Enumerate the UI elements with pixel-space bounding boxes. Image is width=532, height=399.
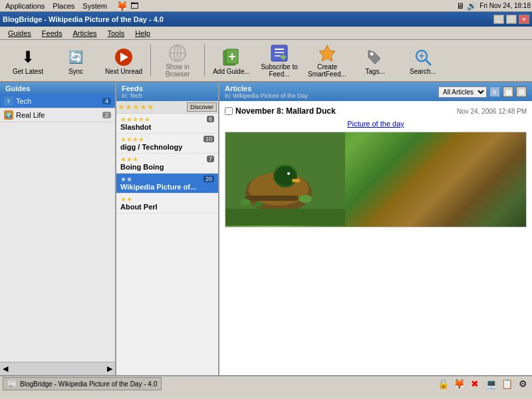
svg-point-32 bbox=[255, 201, 263, 207]
svg-point-33 bbox=[299, 195, 312, 203]
search-button[interactable]: Search... bbox=[400, 42, 446, 79]
discover-button[interactable]: Discover bbox=[187, 102, 217, 112]
statusbar-icon-3[interactable]: ✖ bbox=[468, 377, 481, 390]
boing-count: 7 bbox=[207, 156, 214, 162]
subscribe-label: Subscribe to Feed... bbox=[258, 63, 301, 78]
smartfeed-label: Create SmartFeed... bbox=[306, 63, 348, 78]
search-icon bbox=[412, 47, 434, 68]
network-icon: 🖥 bbox=[456, 1, 464, 11]
next-unread-button[interactable]: Next Unread bbox=[101, 42, 146, 79]
add-guide-icon bbox=[221, 47, 242, 68]
feed-perl[interactable]: ★★ About Perl bbox=[116, 194, 218, 213]
guides-list: T Tech 4 🌍 Real Life 2 bbox=[0, 94, 115, 362]
menu-help[interactable]: Help bbox=[130, 28, 156, 39]
toolbar-separator-2 bbox=[204, 45, 205, 76]
article-mallard: November 8: Mallard Duck Nov 24, 2006 12… bbox=[225, 106, 527, 375]
feeds-header: Feeds in: Tech bbox=[116, 82, 218, 101]
show-in-browser-label: Show in Browser bbox=[156, 63, 199, 78]
statusbar-icon-5[interactable]: 📋 bbox=[500, 377, 513, 390]
tags-button[interactable]: Tags... bbox=[352, 42, 398, 79]
sysmenu-applications[interactable]: Applications bbox=[1, 1, 49, 11]
feeds-toolbar: ★★★★★ Discover bbox=[116, 101, 218, 114]
close-button[interactable]: × bbox=[519, 15, 529, 24]
feeds-stars: ★★★★★ bbox=[118, 102, 154, 112]
get-latest-label: Get Latest bbox=[13, 68, 43, 75]
boing-stars: ★★★ bbox=[120, 156, 214, 163]
maximize-button[interactable]: □ bbox=[506, 15, 517, 24]
articles-header-controls: All Articles ≡ ▤ ⊞ bbox=[438, 86, 527, 98]
titlebar-title: BlogBridge - Wikipedia Picture of the Da… bbox=[3, 15, 164, 23]
articles-subheader: in: Wikipedia Picture of the Day bbox=[225, 92, 308, 99]
tags-icon bbox=[364, 47, 386, 68]
articles-content: November 8: Mallard Duck Nov 24, 2006 12… bbox=[219, 101, 532, 375]
statusbar-icon-4[interactable]: 💻 bbox=[484, 377, 497, 390]
menu-articles[interactable]: Articles bbox=[67, 28, 102, 39]
statusbar-icons: 🔒 🦊 ✖ 💻 📋 ⚙ bbox=[436, 377, 529, 390]
browser-icon bbox=[167, 43, 188, 63]
guide-item-real-life[interactable]: 🌍 Real Life 2 bbox=[0, 108, 115, 122]
slashdot-name: Slashdot bbox=[120, 123, 214, 131]
mallard-image bbox=[225, 132, 527, 227]
digg-stars: ★★★★ bbox=[120, 136, 214, 143]
article-mallard-title: November 8: Mallard Duck bbox=[235, 106, 457, 116]
get-latest-icon: ⬇ bbox=[17, 47, 39, 68]
toolbar-separator-1 bbox=[150, 45, 151, 76]
slashdot-count: 6 bbox=[207, 116, 214, 122]
window-controls[interactable]: _ □ × bbox=[493, 15, 529, 24]
real-life-icon: 🌍 bbox=[4, 110, 13, 120]
svg-rect-10 bbox=[271, 45, 287, 61]
articles-filter-select[interactable]: All Articles bbox=[438, 86, 487, 98]
statusbar-icon-1[interactable]: 🔒 bbox=[436, 377, 450, 390]
smartfeed-icon bbox=[317, 43, 338, 63]
menu-guides[interactable]: Guides bbox=[3, 28, 37, 39]
minimize-button[interactable]: _ bbox=[493, 15, 504, 24]
svg-point-27 bbox=[275, 166, 296, 186]
menu-tools[interactable]: Tools bbox=[102, 28, 130, 39]
guide-item-tech[interactable]: T Tech 4 bbox=[0, 94, 115, 108]
feeds-title: Feeds bbox=[122, 84, 143, 92]
articles-header: Articles in: Wikipedia Picture of the Da… bbox=[219, 82, 532, 101]
feeds-panel: Feeds in: Tech ★★★★★ Discover 6 ★★★★★ Sl… bbox=[116, 82, 219, 375]
sysmenu-places[interactable]: Places bbox=[49, 1, 78, 11]
view-tile-btn[interactable]: ⊞ bbox=[516, 86, 527, 97]
view-list-btn[interactable]: ≡ bbox=[489, 86, 500, 97]
subscribe-icon bbox=[269, 43, 290, 63]
article-mallard-checkbox[interactable] bbox=[225, 107, 233, 115]
feed-wikipedia[interactable]: 20 ★★ Wikipedia Picture of... bbox=[116, 174, 218, 194]
tags-label: Tags... bbox=[365, 68, 384, 75]
subscribe-to-feed-button[interactable]: Subscribe to Feed... bbox=[257, 42, 302, 79]
get-latest-button[interactable]: ⬇ Get Latest bbox=[5, 42, 51, 79]
firefox-icon[interactable]: 🦊 bbox=[116, 1, 128, 11]
statusbar-icon-2[interactable]: 🦊 bbox=[452, 377, 466, 390]
statusbar: 📰 BlogBridge - Wikipedia Picture of the … bbox=[0, 375, 532, 391]
menu-feeds[interactable]: Feeds bbox=[37, 28, 68, 39]
digg-count: 10 bbox=[203, 136, 214, 142]
articles-header-content: Articles in: Wikipedia Picture of the Da… bbox=[225, 84, 308, 99]
feed-boing[interactable]: 7 ★★★ Boing Boing bbox=[116, 154, 218, 174]
guides-scroll-left[interactable]: ◀ bbox=[3, 364, 8, 373]
feeds-list: 6 ★★★★★ Slashdot 10 ★★★★ digg / Technolo… bbox=[116, 114, 218, 375]
create-smartfeed-button[interactable]: Create SmartFeed... bbox=[305, 42, 350, 79]
mallard-center-link[interactable]: Picture of the day bbox=[347, 120, 404, 128]
guides-header: Guides bbox=[0, 82, 115, 94]
system-menubar: Applications Places System 🦊 🗔 🖥 🔊 Fri N… bbox=[0, 0, 532, 12]
feed-slashdot[interactable]: 6 ★★★★★ Slashdot bbox=[116, 114, 218, 134]
guide-reallife-count: 2 bbox=[102, 112, 111, 118]
volume-icon: 🔊 bbox=[467, 1, 477, 11]
sysmenu-system[interactable]: System bbox=[78, 1, 111, 11]
article-mallard-header: November 8: Mallard Duck Nov 24, 2006 12… bbox=[225, 106, 527, 116]
wikipedia-stars: ★★ bbox=[120, 176, 214, 183]
statusbar-icon-6[interactable]: ⚙ bbox=[516, 377, 529, 390]
feed-digg[interactable]: 10 ★★★★ digg / Technology bbox=[116, 134, 218, 154]
datetime-display: Fri Nov 24, 18:18 bbox=[479, 2, 531, 9]
guides-scroll-right[interactable]: ▶ bbox=[107, 364, 112, 373]
articles-title: Articles bbox=[225, 84, 251, 92]
view-detail-btn[interactable]: ▤ bbox=[503, 86, 513, 97]
taskbar-app[interactable]: 📰 BlogBridge - Wikipedia Picture of the … bbox=[3, 377, 162, 390]
sync-button[interactable]: 🔄 Sync bbox=[53, 42, 98, 79]
add-guide-button[interactable]: Add Guide... bbox=[209, 42, 254, 79]
show-in-browser-button[interactable]: Show in Browser bbox=[155, 42, 200, 79]
main-content: Guides T Tech 4 🌍 Real Life 2 ◀ ▶ Feeds … bbox=[0, 82, 532, 375]
perl-stars: ★★ bbox=[120, 196, 214, 203]
wikipedia-name: Wikipedia Picture of... bbox=[120, 183, 214, 191]
